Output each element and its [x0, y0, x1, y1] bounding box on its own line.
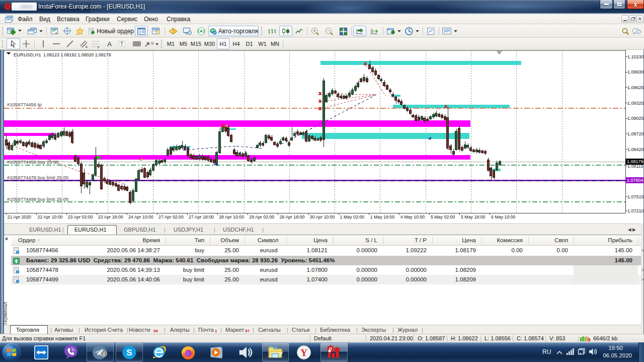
- svg-text:28 Apr 10:00: 28 Apr 10:00: [219, 214, 244, 220]
- svg-text:E: E: [86, 45, 88, 48]
- svg-text:1 May 18:00: 1 May 18:00: [370, 214, 395, 220]
- svg-text:1.09325: 1.09325: [627, 101, 644, 106]
- svg-text:27 Apr 02:00: 27 Apr 02:00: [158, 214, 184, 220]
- svg-text:23 Apr 02:00: 23 Apr 02:00: [68, 214, 93, 220]
- svg-text:1.08420: 1.08420: [627, 147, 644, 152]
- svg-text:1.07804: 1.07804: [627, 178, 643, 183]
- svg-text:1.08123 1.08192 1.08020 1.0817: 1.08123 1.08192 1.08020 1.08179: [43, 52, 111, 57]
- svg-text:1.09625: 1.09625: [627, 85, 644, 90]
- svg-text:29 Apr 02:00: 29 Apr 02:00: [249, 214, 274, 220]
- svg-text:T: T: [120, 41, 123, 47]
- svg-text:#1058774456 buy 25.00: #1058774456 buy 25.00: [7, 159, 59, 165]
- svg-text:S: S: [126, 348, 132, 357]
- svg-text:1.07210: 1.07210: [627, 208, 644, 213]
- svg-text:29 Apr 18:00: 29 Apr 18:00: [279, 214, 304, 220]
- svg-text:#1058774456 tp: #1058774456 tp: [7, 102, 42, 107]
- svg-text:23 Apr 18:00: 23 Apr 18:00: [98, 214, 123, 220]
- svg-text:1.08720: 1.08720: [627, 131, 644, 136]
- svg-text:#1058774499 buy limit 25.00: #1058774499 buy limit 25.00: [7, 196, 68, 202]
- svg-text:1.10230: 1.10230: [627, 54, 644, 59]
- svg-text:1.08179: 1.08179: [627, 159, 643, 164]
- svg-text:5 May 18:00: 5 May 18:00: [461, 214, 486, 220]
- svg-text:22 Apr 10:00: 22 Apr 10:00: [38, 214, 63, 220]
- svg-text:F: F: [98, 45, 100, 48]
- svg-text:24 Apr 10:00: 24 Apr 10:00: [128, 214, 153, 220]
- svg-text:1.09025: 1.09025: [627, 116, 644, 121]
- svg-text:21 Apr 2020: 21 Apr 2020: [8, 214, 32, 220]
- svg-text:1.07515: 1.07515: [627, 194, 644, 199]
- svg-text:1.09930: 1.09930: [627, 69, 644, 75]
- svg-text:EURUSD,H1: EURUSD,H1: [14, 52, 41, 57]
- svg-text:27 Apr 18:00: 27 Apr 18:00: [189, 214, 214, 220]
- svg-text:30 Apr 10:00: 30 Apr 10:00: [310, 214, 335, 220]
- svg-text:6 May 10:00: 6 May 10:00: [491, 214, 516, 220]
- svg-text:1 May 02:00: 1 May 02:00: [340, 214, 365, 220]
- svg-text:#1058774478 buy limit 25.00: #1058774478 buy limit 25.00: [7, 175, 68, 180]
- svg-text:Y: Y: [300, 347, 307, 358]
- svg-text:4 May 10:00: 4 May 10:00: [400, 214, 425, 220]
- svg-text:5 May 02:00: 5 May 02:00: [431, 214, 455, 220]
